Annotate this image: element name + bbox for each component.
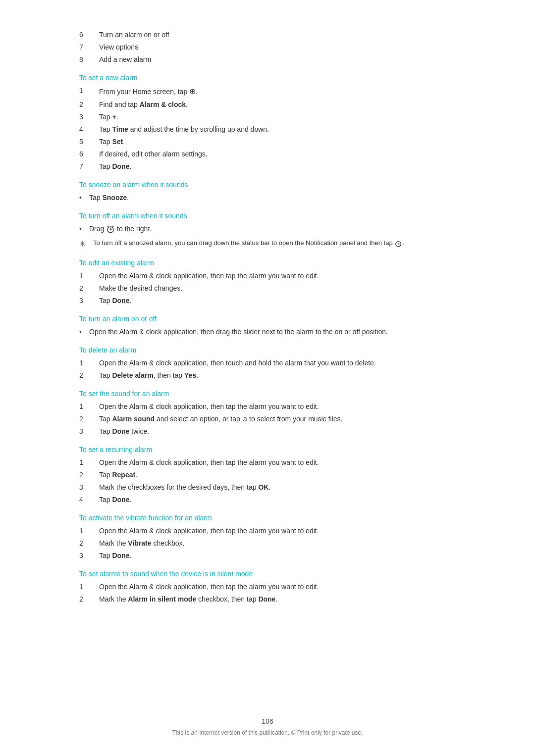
- edit-alarm-section: To edit an existing alarm 1 Open the Ala…: [79, 259, 456, 306]
- turn-off-alarm-heading: To turn off an alarm when it sounds: [79, 212, 456, 220]
- list-item: 3 Tap Done twice.: [79, 426, 456, 437]
- list-item: 1 From your Home screen, tap ⊕.: [79, 86, 456, 98]
- tip-box: ✳ To turn off a snoozed alarm, you can d…: [79, 238, 456, 250]
- delete-alarm-heading: To delete an alarm: [79, 346, 456, 354]
- svg-line-4: [112, 226, 113, 227]
- set-new-alarm-heading: To set a new alarm: [79, 74, 456, 82]
- list-item: 1 Open the Alarm & clock application, th…: [79, 457, 456, 468]
- list-item: 7 Tap Done.: [79, 161, 456, 172]
- silent-mode-section: To set alarms to sound when the device i…: [79, 570, 456, 605]
- list-item: 3 Tap Done.: [79, 551, 456, 561]
- list-item: 8 Add a new alarm: [79, 54, 456, 65]
- page-footer: 106 This is an Internet version of this …: [0, 717, 535, 736]
- svg-line-3: [107, 226, 109, 227]
- list-item: 1 Open the Alarm & clock application, th…: [79, 402, 456, 412]
- list-item: 2 Tap Delete alarm, then tap Yes.: [79, 370, 456, 381]
- list-item: 1 Open the Alarm & clock application, th…: [79, 271, 456, 281]
- vibrate-section: To activate the vibrate function for an …: [79, 514, 456, 561]
- list-item: 2 Find and tap Alarm & clock.: [79, 100, 456, 110]
- pre-list: 6 Turn an alarm on or off 7 View options…: [79, 30, 456, 65]
- bullet-item: • Open the Alarm & clock application, th…: [79, 327, 456, 337]
- turn-on-off-alarm-section: To turn an alarm on or off • Open the Al…: [79, 315, 456, 337]
- list-item: 4 Tap Time and adjust the time by scroll…: [79, 124, 456, 135]
- list-item: 7 View options: [79, 42, 456, 52]
- recurring-alarm-heading: To set a recurring alarm: [79, 446, 456, 454]
- set-sound-heading: To set the sound for an alarm: [79, 390, 456, 398]
- bullet-item: • Tap Snooze.: [79, 193, 456, 203]
- footer-note: This is an Internet version of this publ…: [0, 729, 535, 736]
- list-item: 3 Tap +.: [79, 112, 456, 122]
- list-item: 3 Tap Done.: [79, 296, 456, 306]
- list-item: 2 Tap Repeat.: [79, 470, 456, 480]
- list-item: 6 If desired, edit other alarm settings.: [79, 149, 456, 159]
- turn-on-off-alarm-heading: To turn an alarm on or off: [79, 315, 456, 323]
- list-item: 5 Tap Set.: [79, 137, 456, 147]
- list-item: 2 Mark the Alarm in silent mode checkbox…: [79, 594, 456, 605]
- list-item: 1 Open the Alarm & clock application, th…: [79, 358, 456, 368]
- page: 6 Turn an alarm on or off 7 View options…: [0, 0, 535, 756]
- page-number: 106: [0, 717, 535, 725]
- delete-alarm-section: To delete an alarm 1 Open the Alarm & cl…: [79, 346, 456, 381]
- silent-mode-heading: To set alarms to sound when the device i…: [79, 570, 456, 578]
- tip-text: To turn off a snoozed alarm, you can dra…: [93, 238, 456, 250]
- list-item: 3 Mark the checkboxes for the desired da…: [79, 482, 456, 493]
- set-sound-section: To set the sound for an alarm 1 Open the…: [79, 390, 456, 437]
- snooze-alarm-heading: To snooze an alarm when it sounds: [79, 181, 456, 189]
- list-item: 1 Open the Alarm & clock application, th…: [79, 526, 456, 536]
- list-item: 2 Tap Alarm sound and select an option, …: [79, 414, 456, 424]
- bullet-item: • Drag to the right.: [79, 224, 456, 234]
- snooze-alarm-section: To snooze an alarm when it sounds • Tap …: [79, 181, 456, 203]
- list-item: 4 Tap Done.: [79, 495, 456, 505]
- set-new-alarm-section: To set a new alarm 1 From your Home scre…: [79, 74, 456, 172]
- list-item: 6 Turn an alarm on or off: [79, 30, 456, 40]
- edit-alarm-heading: To edit an existing alarm: [79, 259, 456, 267]
- alarm-icon: [106, 225, 115, 234]
- list-item: 2 Mark the Vibrate checkbox.: [79, 538, 456, 549]
- list-item: 1 Open the Alarm & clock application, th…: [79, 582, 456, 592]
- vibrate-heading: To activate the vibrate function for an …: [79, 514, 456, 522]
- list-item: 2 Make the desired changes.: [79, 283, 456, 294]
- turn-off-alarm-section: To turn off an alarm when it sounds • Dr…: [79, 212, 456, 250]
- tip-icon: ✳: [79, 238, 93, 250]
- alarm-small-icon: [394, 240, 402, 248]
- recurring-alarm-section: To set a recurring alarm 1 Open the Alar…: [79, 446, 456, 505]
